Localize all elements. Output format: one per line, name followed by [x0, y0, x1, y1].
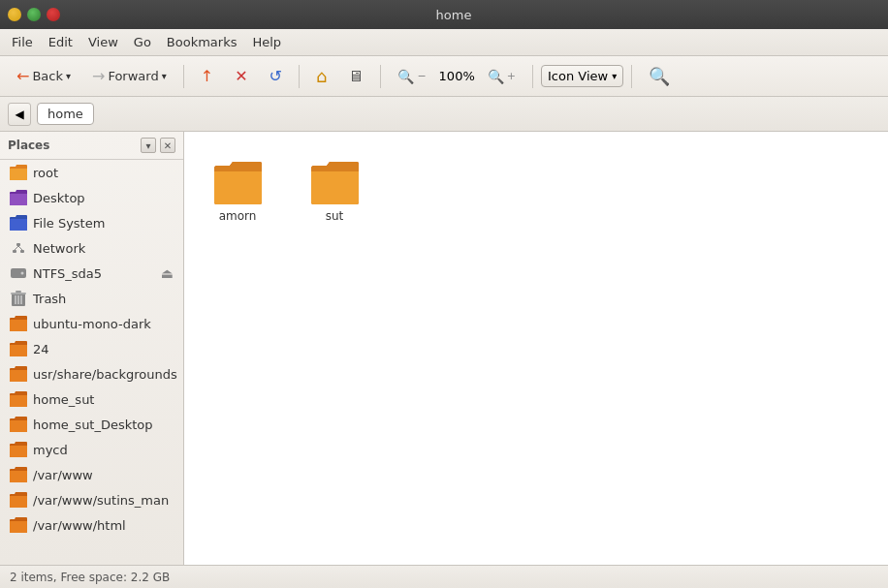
- search-icon: 🔍: [649, 66, 670, 86]
- refresh-button[interactable]: ↺: [261, 62, 291, 90]
- titlebar: − □ ✕ home: [0, 0, 888, 29]
- menu-go[interactable]: Go: [126, 32, 159, 52]
- location-entry[interactable]: home: [37, 103, 94, 125]
- menu-help[interactable]: Help: [244, 32, 289, 52]
- sidebar-header: Places ▾ ✕: [0, 132, 183, 160]
- sidebar-item-trash[interactable]: Trash: [0, 286, 183, 311]
- sidebar-item-label: ubuntu-mono-dark: [33, 317, 151, 331]
- folder-small-icon: [10, 340, 27, 357]
- addr-toggle-icon: ◀: [15, 108, 23, 121]
- home-icon: ⌂: [316, 66, 327, 86]
- computer-button[interactable]: 🖥: [339, 62, 372, 90]
- sidebar-item-root-label: root: [33, 166, 58, 180]
- separator-1: [183, 65, 184, 88]
- sidebar-item-mycd[interactable]: mycd: [0, 437, 183, 462]
- sidebar-item-filesystem-label: File System: [33, 216, 105, 231]
- home-button[interactable]: ⌂: [307, 61, 335, 91]
- folder-icon: [10, 164, 27, 181]
- folder-small-icon: [10, 466, 27, 483]
- sidebar-item-home_sut[interactable]: home_sut: [0, 387, 183, 412]
- sidebar-header-controls: ▾ ✕: [141, 138, 175, 153]
- svg-rect-2: [16, 243, 20, 246]
- svg-rect-5: [11, 268, 26, 278]
- forward-label: Forward: [108, 69, 158, 83]
- back-button[interactable]: ← Back ▾: [8, 62, 79, 90]
- up-arrow-icon: ↑: [201, 67, 213, 85]
- svg-rect-9: [16, 291, 21, 293]
- folder-small-icon: [10, 516, 27, 534]
- sidebar-item-ubuntu-mono-dark[interactable]: ubuntu-mono-dark: [0, 311, 183, 336]
- filearea: amorn sut: [184, 132, 888, 565]
- folder-small-icon: [10, 491, 27, 509]
- sidebar-item-root[interactable]: root: [0, 160, 183, 185]
- svg-line-3: [15, 246, 18, 250]
- back-chevron-icon: ▾: [66, 71, 71, 81]
- forward-arrow-icon: →: [92, 67, 105, 85]
- menu-file[interactable]: File: [4, 32, 41, 52]
- trash-icon: [10, 290, 27, 307]
- sidebar-item-ntfs[interactable]: NTFS_sda5 ⏏: [0, 261, 183, 286]
- zoom-in-plus: +: [507, 70, 516, 82]
- addr-toggle-button[interactable]: ◀: [8, 103, 31, 126]
- sidebar-item-label: mycd: [33, 443, 68, 457]
- sidebar-item-var-www-html[interactable]: /var/www/html: [0, 512, 183, 538]
- folder-purple-icon: [10, 189, 27, 206]
- close-button[interactable]: ✕: [47, 8, 60, 21]
- sidebar-item-label: /var/www: [33, 468, 93, 482]
- forward-button[interactable]: → Forward ▾: [83, 62, 175, 90]
- menu-bookmarks[interactable]: Bookmarks: [159, 32, 245, 52]
- separator-3: [380, 65, 381, 88]
- zoom-in-button[interactable]: 🔍 +: [479, 64, 524, 89]
- folder-amorn[interactable]: amorn: [204, 151, 271, 231]
- up-button[interactable]: ↑: [192, 62, 222, 90]
- zoom-out-minus: −: [417, 70, 426, 82]
- view-dropdown-chevron: ▾: [612, 71, 617, 81]
- svg-line-4: [18, 246, 22, 250]
- folder-small-icon: [10, 365, 27, 383]
- sidebar-item-network[interactable]: Network: [0, 235, 183, 261]
- folder-amorn-label: amorn: [219, 209, 257, 223]
- minimize-button[interactable]: −: [8, 8, 21, 21]
- sidebar-item-desktop[interactable]: Desktop: [0, 185, 183, 210]
- zoom-controls: 🔍 − 100% 🔍 +: [389, 64, 524, 89]
- zoom-out-button[interactable]: 🔍 −: [389, 64, 434, 89]
- folder-sut[interactable]: sut: [301, 151, 368, 231]
- separator-2: [299, 65, 300, 88]
- status-text: 2 items, Free space: 2.2 GB: [10, 571, 170, 584]
- zoom-level: 100%: [439, 69, 475, 83]
- sidebar-item-usr-share-backgrounds[interactable]: usr/share/backgrounds: [0, 361, 183, 387]
- folder-sut-label: sut: [326, 209, 344, 223]
- sidebar-item-home_sut_Desktop[interactable]: home_sut_Desktop: [0, 412, 183, 437]
- sidebar-close-button[interactable]: ✕: [160, 138, 175, 153]
- sidebar: Places ▾ ✕ root Desktop: [0, 132, 184, 565]
- menu-view[interactable]: View: [80, 32, 126, 52]
- svg-rect-1: [20, 250, 24, 253]
- maximize-button[interactable]: □: [27, 8, 41, 21]
- stop-button[interactable]: ✕: [226, 62, 256, 90]
- network-icon: [10, 239, 27, 257]
- search-button[interactable]: 🔍: [640, 61, 679, 91]
- window-title: home: [66, 8, 841, 22]
- sidebar-item-label: usr/share/backgrounds: [33, 367, 177, 382]
- eject-icon[interactable]: ⏏: [161, 265, 174, 281]
- svg-rect-8: [11, 293, 26, 294]
- sidebar-item-var-www[interactable]: /var/www: [0, 462, 183, 487]
- sidebar-item-desktop-label: Desktop: [33, 191, 85, 205]
- sidebar-item-var-www-sutins[interactable]: /var/www/sutins_man: [0, 487, 183, 512]
- view-dropdown[interactable]: Icon View ▾: [541, 65, 623, 87]
- sidebar-item-24[interactable]: 24: [0, 336, 183, 361]
- back-arrow-icon: ←: [16, 67, 29, 85]
- folder-small-icon: [10, 315, 27, 332]
- computer-icon: 🖥: [348, 67, 364, 85]
- sidebar-item-filesystem[interactable]: File System: [0, 210, 183, 235]
- sidebar-item-trash-label: Trash: [33, 292, 66, 306]
- sidebar-item-label: 24: [33, 342, 49, 356]
- stop-icon: ✕: [235, 67, 247, 85]
- separator-5: [631, 65, 632, 88]
- menu-edit[interactable]: Edit: [41, 32, 80, 52]
- folder-blue-icon: [10, 214, 27, 232]
- menubar: File Edit View Go Bookmarks Help: [0, 29, 888, 56]
- drive-icon: [10, 264, 27, 282]
- sidebar-item-label: /var/www/html: [33, 518, 126, 533]
- sidebar-collapse-button[interactable]: ▾: [141, 138, 156, 153]
